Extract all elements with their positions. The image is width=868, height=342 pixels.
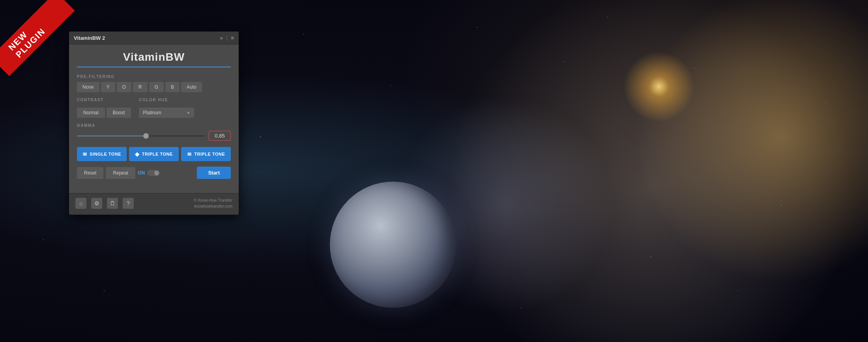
gamma-value[interactable]: 0,85 xyxy=(209,131,231,141)
repeat-btn[interactable]: Repeat xyxy=(106,167,135,179)
triple-tone-1-label: TRIPLE TONE xyxy=(142,152,173,156)
contrast-boost-btn[interactable]: Boost xyxy=(107,108,131,118)
filter-btn-b[interactable]: B xyxy=(165,82,180,92)
action-row: Reset Repeat ON Start xyxy=(77,167,231,179)
title-bar: VitaminBW 2 » | ≡ xyxy=(69,32,239,45)
filter-btn-g[interactable]: G xyxy=(149,82,164,92)
footer-copyright: © Know-How Transfer knowhowtransfer.com xyxy=(194,197,232,209)
menu-icon[interactable]: ≡ xyxy=(231,35,234,41)
doc-icon: 🗒 xyxy=(110,200,115,206)
help-btn[interactable]: ? xyxy=(123,198,134,209)
gamma-track-fill xyxy=(77,135,147,137)
dropdown-arrow-icon: ▼ xyxy=(186,111,190,115)
settings-btn[interactable]: ⚙ xyxy=(91,198,102,209)
filter-btn-r[interactable]: R xyxy=(133,82,148,92)
triple-tone-1-btn[interactable]: ◆ TRIPLE TONE xyxy=(129,147,179,161)
plugin-content: VitaminBW PRE-FILTERING None Y O R G B A… xyxy=(69,45,239,193)
filter-buttons: None Y O R G B Auto xyxy=(77,82,231,92)
filter-btn-y[interactable]: Y xyxy=(101,82,115,92)
color-hue-dropdown[interactable]: Platinum ▼ xyxy=(139,108,194,118)
color-hue-label: COLOR HUE xyxy=(139,98,194,102)
contrast-label: CONTRAST xyxy=(77,98,131,102)
footer: ⌂ ⚙ 🗒 ? © Know-How Transfer knowhowtrans… xyxy=(69,193,239,213)
title-divider: | xyxy=(226,35,228,41)
contrast-normal-btn[interactable]: Normal xyxy=(77,108,105,118)
home-icon: ⌂ xyxy=(79,200,82,206)
settings-icon: ⚙ xyxy=(94,200,99,206)
panel-bottom-strip xyxy=(69,213,239,215)
gamma-track xyxy=(77,135,205,137)
on-label: ON xyxy=(138,170,145,176)
color-hue-selected: Platinum xyxy=(143,110,161,115)
filter-btn-o[interactable]: O xyxy=(117,82,131,92)
home-btn[interactable]: ⌂ xyxy=(75,198,86,209)
logo: VitaminBW xyxy=(77,51,231,63)
tone-buttons-row: ≋ SINGLE TONE ◆ TRIPLE TONE ≋ TRIPLE TON… xyxy=(77,147,231,161)
plugin-panel: VitaminBW 2 » | ≡ VitaminBW PRE-FILTERIN… xyxy=(69,32,239,215)
toggle-switch[interactable] xyxy=(147,170,160,176)
expand-icon[interactable]: » xyxy=(220,35,223,41)
copyright-line2: knowhowtransfer.com xyxy=(194,203,232,209)
triple-tone-2-label: TRIPLE TONE xyxy=(194,152,225,156)
logo-area: VitaminBW xyxy=(77,51,231,67)
single-tone-icon: ≋ xyxy=(82,151,88,157)
light-burst xyxy=(623,51,694,122)
contrast-hue-row: CONTRAST Normal Boost COLOR HUE Platinum… xyxy=(77,98,231,118)
start-btn[interactable]: Start xyxy=(197,167,231,179)
gamma-thumb[interactable] xyxy=(143,133,149,139)
help-icon: ? xyxy=(127,200,130,206)
reset-btn[interactable]: Reset xyxy=(77,167,103,179)
single-tone-label: SINGLE TONE xyxy=(90,152,121,156)
triple-tone-2-icon: ≋ xyxy=(187,151,192,157)
triple-tone-2-btn[interactable]: ≋ TRIPLE TONE xyxy=(181,147,231,161)
logo-light: Vitamin xyxy=(123,51,166,63)
gamma-label: GAMMA xyxy=(77,123,231,128)
logo-bold: BW xyxy=(165,51,185,63)
doc-btn[interactable]: 🗒 xyxy=(107,198,118,209)
filter-btn-auto[interactable]: Auto xyxy=(181,82,202,92)
copyright-line1: © Know-How Transfer xyxy=(194,197,232,203)
filter-btn-none[interactable]: None xyxy=(77,82,99,92)
panel-title: VitaminBW 2 xyxy=(74,35,105,41)
contrast-section: CONTRAST Normal Boost xyxy=(77,98,131,118)
color-hue-section: COLOR HUE Platinum ▼ xyxy=(139,98,194,118)
pre-filtering-label: PRE-FILTERING xyxy=(77,74,231,79)
triple-tone-1-icon: ◆ xyxy=(135,151,140,157)
gamma-slider-container xyxy=(77,132,205,140)
title-controls: » | ≡ xyxy=(220,35,234,41)
pre-filtering-section: PRE-FILTERING None Y O R G B Auto xyxy=(77,74,231,92)
planet xyxy=(330,182,456,308)
contrast-buttons: Normal Boost xyxy=(77,108,131,118)
single-tone-btn[interactable]: ≋ SINGLE TONE xyxy=(77,147,127,161)
toggle-knob xyxy=(154,171,159,175)
gamma-section: GAMMA 0,85 xyxy=(77,123,231,141)
gamma-row: 0,85 xyxy=(77,131,231,141)
